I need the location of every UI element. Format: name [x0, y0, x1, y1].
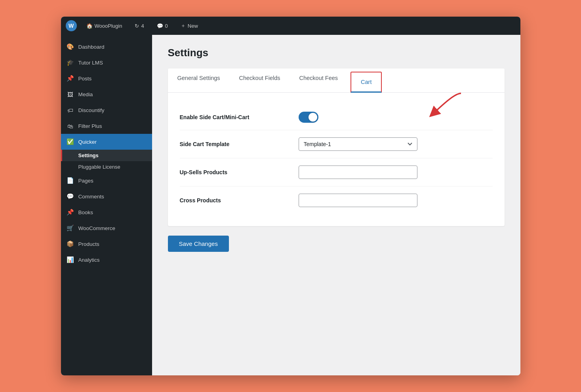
- up-sells-products-input[interactable]: [299, 166, 417, 179]
- settings-card: General Settings Checkout Fields Checkou…: [168, 69, 505, 226]
- sidebar-label-pages: Pages: [78, 178, 93, 184]
- sidebar-label-posts: Posts: [78, 76, 92, 82]
- home-icon: 🏠: [86, 23, 93, 29]
- sidebar-item-filter-plus[interactable]: 🛍 Filter Plus: [61, 118, 152, 134]
- tutor-lms-icon: 🎓: [67, 59, 74, 67]
- wp-logo: W: [66, 20, 77, 31]
- woocommerce-icon: 🛒: [67, 224, 74, 232]
- dashboard-icon: 🎨: [67, 43, 74, 51]
- setting-row-template: Side Cart Template Template-1 Template-2…: [180, 130, 493, 158]
- cross-products-control: [299, 194, 433, 207]
- comments-icon: 💬: [157, 23, 163, 29]
- setting-row-upsells: Up-Sells Products: [180, 158, 493, 186]
- sidebar-sub-item-pluggable-license[interactable]: Pluggable License: [61, 161, 152, 173]
- tab-general-settings[interactable]: General Settings: [168, 69, 230, 93]
- products-icon: 📦: [67, 240, 74, 248]
- upsells-label: Up-Sells Products: [180, 169, 291, 175]
- discountify-icon: 🏷: [67, 106, 74, 114]
- sidebar-item-tutor-lms[interactable]: 🎓 Tutor LMS: [61, 55, 152, 70]
- main-layout: 🎨 Dashboard 🎓 Tutor LMS 📌 Posts 🖼 Media …: [61, 35, 520, 375]
- sidebar-item-quicker[interactable]: ✅ Quicker: [61, 134, 152, 150]
- upsells-control: [299, 166, 433, 179]
- sidebar-label-media: Media: [78, 91, 93, 97]
- sidebar-item-media[interactable]: 🖼 Media: [61, 86, 152, 102]
- sidebar-item-pages[interactable]: 📄 Pages: [61, 173, 152, 188]
- site-name: WoooPlugin: [95, 23, 122, 29]
- enable-side-cart-toggle[interactable]: [299, 112, 318, 123]
- updates-icon: ↻: [135, 23, 139, 29]
- tab-checkout-fees[interactable]: Checkout Fees: [290, 69, 347, 93]
- settings-body: Enable Side Cart/Mini-Cart: [168, 93, 505, 226]
- admin-bar-updates[interactable]: ↻ 4: [131, 21, 147, 30]
- admin-bar-site[interactable]: 🏠 WoooPlugin: [83, 21, 126, 30]
- new-label: New: [188, 23, 198, 29]
- sidebar-label-pluggable-license: Pluggable License: [78, 164, 120, 170]
- tabs-bar: General Settings Checkout Fields Checkou…: [168, 69, 505, 93]
- sidebar-item-dashboard[interactable]: 🎨 Dashboard: [61, 39, 152, 55]
- plus-icon: ＋: [181, 22, 186, 29]
- cross-products-label: Cross Products: [180, 197, 291, 204]
- comments-count: 0: [165, 23, 168, 29]
- admin-bar: W 🏠 WoooPlugin ↻ 4 💬 0 ＋ New: [61, 17, 520, 35]
- sidebar-label-dashboard: Dashboard: [78, 44, 105, 50]
- sidebar-label-discountify: Discountify: [78, 107, 105, 113]
- sidebar-item-discountify[interactable]: 🏷 Discountify: [61, 102, 152, 118]
- cross-products-input[interactable]: [299, 194, 417, 207]
- filter-plus-icon: 🛍: [67, 122, 74, 130]
- sidebar-item-comments[interactable]: 💬 Comments: [61, 188, 152, 204]
- media-icon: 🖼: [67, 90, 74, 98]
- sidebar-label-filter-plus: Filter Plus: [78, 123, 102, 129]
- sidebar-label-comments: Comments: [78, 194, 104, 200]
- sidebar-label-woocommerce: WooCommerce: [78, 225, 116, 231]
- sidebar-item-books[interactable]: 📌 Books: [61, 204, 152, 220]
- sidebar-label-books: Books: [78, 209, 93, 215]
- sidebar-sub-item-settings[interactable]: Settings: [61, 150, 152, 161]
- posts-icon: 📌: [67, 74, 74, 82]
- sidebar-item-analytics[interactable]: 📊 Analytics: [61, 252, 152, 268]
- enable-cart-control: [299, 112, 433, 123]
- sidebar-item-products[interactable]: 📦 Products: [61, 236, 152, 252]
- browser-window: W 🏠 WoooPlugin ↻ 4 💬 0 ＋ New 🎨 Dashboard…: [61, 17, 520, 375]
- analytics-icon: 📊: [67, 256, 74, 264]
- admin-bar-comments[interactable]: 💬 0: [154, 21, 171, 30]
- updates-count: 4: [141, 23, 144, 29]
- tab-cart[interactable]: Cart: [351, 72, 382, 93]
- sidebar: 🎨 Dashboard 🎓 Tutor LMS 📌 Posts 🖼 Media …: [61, 35, 152, 375]
- save-changes-button[interactable]: Save Changes: [168, 236, 229, 252]
- red-arrow-annotation: [429, 90, 465, 118]
- sidebar-label-quicker: Quicker: [78, 139, 97, 145]
- pages-icon: 📄: [67, 177, 74, 185]
- setting-row-enable-cart: Enable Side Cart/Mini-Cart: [180, 105, 493, 130]
- tab-checkout-fields[interactable]: Checkout Fields: [230, 69, 290, 93]
- sidebar-label-analytics: Analytics: [78, 257, 100, 263]
- sidebar-label-tutor-lms: Tutor LMS: [78, 60, 103, 66]
- admin-bar-new[interactable]: ＋ New: [177, 21, 201, 31]
- sidebar-label-products: Products: [78, 241, 99, 247]
- books-icon: 📌: [67, 208, 74, 216]
- template-control: Template-1 Template-2 Template-3: [299, 137, 433, 151]
- template-label: Side Cart Template: [180, 141, 291, 147]
- quicker-icon: ✅: [67, 138, 74, 146]
- content-area: Settings General Settings Checkout Field…: [152, 35, 520, 375]
- page-title: Settings: [168, 47, 505, 59]
- sidebar-label-settings: Settings: [78, 152, 99, 158]
- side-cart-template-select[interactable]: Template-1 Template-2 Template-3: [299, 137, 417, 151]
- comments-sidebar-icon: 💬: [67, 192, 74, 200]
- sidebar-item-woocommerce[interactable]: 🛒 WooCommerce: [61, 220, 152, 236]
- sidebar-item-posts[interactable]: 📌 Posts: [61, 70, 152, 86]
- enable-cart-label: Enable Side Cart/Mini-Cart: [180, 114, 291, 120]
- setting-row-cross-products: Cross Products: [180, 186, 493, 214]
